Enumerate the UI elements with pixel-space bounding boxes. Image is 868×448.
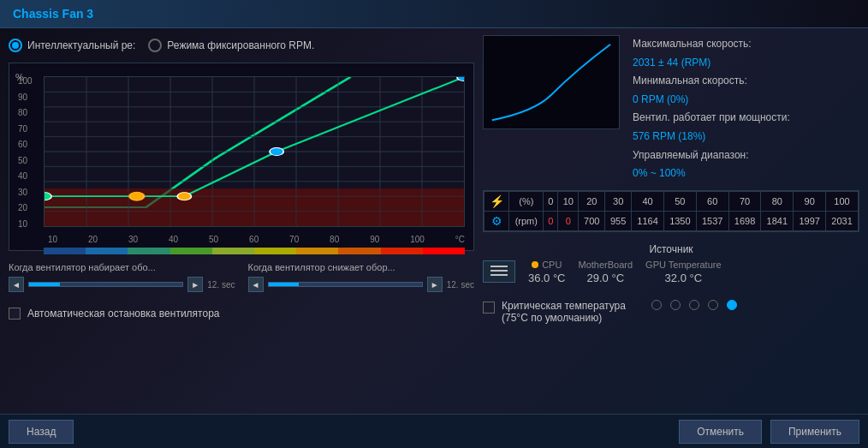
- rpm-table: ⚡ (%) 0 10 20 30 40 50 60 70 80 90 100 ⚙…: [483, 190, 859, 232]
- pct-80: 80: [761, 191, 794, 211]
- rpm-1164: 1164: [632, 211, 664, 230]
- y-axis-labels: 100 90 80 70 60 50 40 30 20 10: [18, 76, 33, 229]
- radio-intelligent-circle[interactable]: [9, 39, 22, 52]
- range-value: 0% ~ 100%: [633, 167, 686, 179]
- min-speed-label: Минимальная скорость:: [633, 75, 747, 87]
- mb-temp-item: MotherBoard 29.0 °C: [579, 260, 633, 284]
- pct-70: 70: [728, 191, 761, 211]
- nav-dot-5[interactable]: [727, 300, 737, 310]
- temp-segment-hot2: [296, 248, 338, 254]
- accel-control: Когда вентилятор набирает обо... ◄ ► 12.…: [9, 262, 235, 292]
- radio-fixed-label: Режима фиксированного RPM.: [167, 39, 314, 51]
- svg-point-43: [128, 192, 146, 201]
- footer-right: Отменить Применить: [679, 420, 859, 444]
- pct-40: 40: [632, 191, 664, 211]
- radio-fixed-circle[interactable]: [148, 39, 162, 52]
- temp-segment-hot4: [381, 248, 423, 254]
- critical-temp-row: Критическая температура (75°С по умолчан…: [483, 300, 626, 324]
- accel-label: Когда вентилятор набирает обо...: [9, 262, 235, 272]
- nav-dot-3[interactable]: [689, 300, 699, 310]
- decel-increase-btn[interactable]: ►: [427, 277, 443, 292]
- source-section: CPU 36.0 °C MotherBoard 29.0 °C GPU Temp…: [483, 260, 859, 284]
- working-row: Вентил. работает при мощности: 576 RPM (…: [633, 109, 859, 146]
- title-bar: Chassis Fan 3: [0, 0, 868, 28]
- critical-temp-sublabel: (75°С по умолчанию): [502, 312, 602, 324]
- accel-sec-label: 12. sec: [207, 280, 235, 290]
- source-list-btn[interactable]: [483, 260, 515, 283]
- range-row: Управляемый диапазон: 0% ~ 100%: [633, 146, 859, 183]
- nav-dot-1[interactable]: [651, 300, 662, 310]
- accel-slider-row: ◄ ► 12. sec: [9, 277, 235, 292]
- temp-segment-hot1: [254, 248, 296, 254]
- chart-container: % current rpm 100 90 80 70 60 50 40 30 2…: [9, 63, 474, 251]
- decel-label: Когда вентилятор снижает обор...: [248, 262, 475, 272]
- bottom-controls: Когда вентилятор набирает обо... ◄ ► 12.…: [9, 258, 474, 296]
- cancel-button[interactable]: Отменить: [679, 420, 762, 444]
- fan-icon: ⚙: [485, 211, 509, 230]
- chart-inner: % current rpm 100 90 80 70 60 50 40 30 2…: [14, 68, 469, 246]
- nav-dot-2[interactable]: [670, 300, 681, 310]
- rpm-1698: 1698: [728, 211, 761, 230]
- page-title: Chassis Fan 3: [13, 7, 93, 21]
- radio-fixed[interactable]: Режима фиксированного RPM.: [148, 39, 314, 52]
- gpu-temp-val: 32.0 °C: [665, 272, 703, 284]
- min-speed-value: 0 RPM (0%): [633, 93, 688, 105]
- rpm-2031: 2031: [826, 211, 859, 230]
- decel-slider-fill: [269, 283, 300, 286]
- working-value: 576 RPM (18%): [633, 130, 705, 142]
- cpu-temp-item: CPU 36.0 °C: [528, 260, 566, 284]
- gpu-temp-item: GPU Temperature 32.0 °C: [645, 260, 721, 284]
- apply-button[interactable]: Применить: [770, 420, 859, 444]
- x-axis-labels: 10 20 30 40 50 60 70 80 90 100 °C: [48, 235, 465, 244]
- source-label: Источник: [649, 243, 693, 255]
- source-container: Источник CPU 36.0 °C: [483, 243, 859, 284]
- rpm-label: (rpm): [509, 211, 544, 230]
- accel-increase-btn[interactable]: ►: [187, 277, 203, 292]
- accel-decrease-btn[interactable]: ◄: [9, 277, 24, 292]
- rpm-1537: 1537: [696, 211, 728, 230]
- radio-intelligent[interactable]: Интеллектуальный ре:: [9, 39, 135, 52]
- table-row-rpm: ⚙ (rpm) 0 0 700 955 1164 1350 1537 1698 …: [485, 211, 859, 230]
- nav-dot-4[interactable]: [708, 300, 718, 310]
- rpm-1350: 1350: [663, 211, 696, 230]
- critical-temp-text: Критическая температура (75°С по умолчан…: [502, 300, 626, 324]
- temp-segment-cold: [44, 248, 86, 254]
- accel-slider-track[interactable]: [28, 282, 183, 287]
- critical-temp-label: Критическая температура: [502, 300, 626, 312]
- pct-60: 60: [696, 191, 728, 211]
- back-button[interactable]: Назад: [9, 420, 74, 444]
- max-speed-value: 2031 ± 44 (RPM): [633, 57, 710, 69]
- working-label: Вентил. работает при мощности:: [633, 111, 790, 123]
- decel-slider-track[interactable]: [268, 282, 423, 287]
- radio-intelligent-label: Интеллектуальный ре:: [27, 39, 135, 51]
- temp-segment-warm2: [212, 248, 254, 254]
- decel-decrease-btn[interactable]: ◄: [248, 277, 264, 292]
- pct-50: 50: [663, 191, 696, 211]
- min-speed-row: Минимальная скорость: 0 RPM (0%): [633, 72, 859, 109]
- critical-temp-checkbox[interactable]: [483, 302, 495, 314]
- temp-segment-normal: [128, 248, 169, 254]
- decel-control: Когда вентилятор снижает обор... ◄ ► 12.…: [248, 262, 475, 292]
- footer: Назад Отменить Применить: [0, 414, 868, 448]
- temp-segment-warm1: [170, 248, 212, 254]
- max-speed-label: Максимальная скорость:: [633, 38, 752, 50]
- dots-navigation: [651, 300, 737, 310]
- rpm-700: 700: [579, 211, 605, 230]
- auto-stop-row: Автоматическая остановка вентилятора: [9, 308, 474, 320]
- rpm-955: 955: [605, 211, 632, 230]
- svg-rect-46: [490, 270, 508, 272]
- temp-segment-hot3: [338, 248, 380, 254]
- curve-preview: [483, 35, 620, 129]
- pct-10: 10: [558, 191, 579, 211]
- svg-rect-44: [484, 36, 619, 128]
- temp-color-bar: [44, 248, 465, 254]
- pct-100: 100: [826, 191, 859, 211]
- rpm-1997: 1997: [794, 211, 826, 230]
- pct-20: 20: [579, 191, 605, 211]
- left-panel: Интеллектуальный ре: Режима фиксированно…: [9, 35, 474, 401]
- auto-stop-checkbox[interactable]: [9, 308, 21, 320]
- pct-90: 90: [794, 191, 826, 211]
- chart-plot[interactable]: [44, 76, 465, 227]
- info-panel: Максимальная скорость: 2031 ± 44 (RPM) М…: [633, 35, 859, 183]
- source-title: Источник: [483, 243, 859, 255]
